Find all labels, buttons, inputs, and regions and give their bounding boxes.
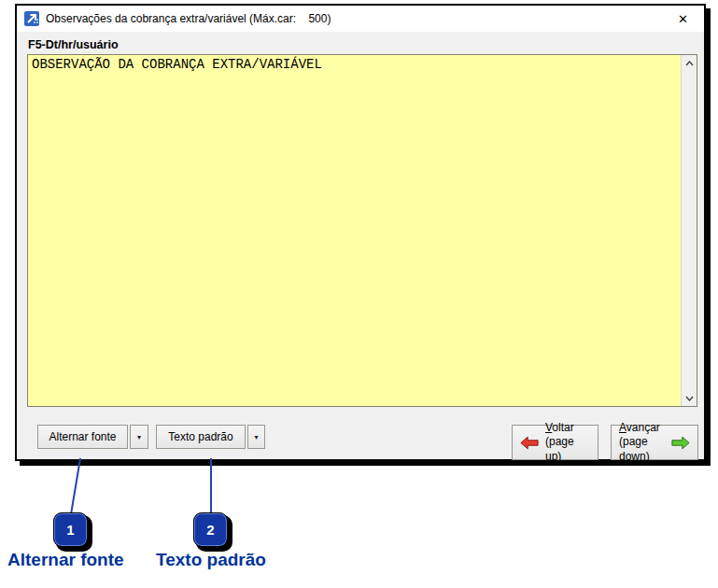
red-arrow-left-icon <box>520 436 539 450</box>
app-icon <box>24 11 39 26</box>
callout-label-alternar-fonte: Alternar fonte <box>7 550 124 570</box>
observation-textarea[interactable]: OBSERVAÇÃO DA COBRANÇA EXTRA/VARIÁVEL <box>28 55 681 406</box>
alternar-fonte-dropdown-icon[interactable]: ▾ <box>130 425 148 449</box>
voltar-button[interactable]: Voltar (page up) <box>512 425 598 460</box>
texto-padrao-button[interactable]: Texto padrão <box>156 425 246 449</box>
observation-textarea-frame: OBSERVAÇÃO DA COBRANÇA EXTRA/VARIÁVEL <box>27 54 697 407</box>
vertical-scrollbar[interactable] <box>681 55 697 406</box>
avancar-button[interactable]: Avançar (page down) <box>611 425 698 460</box>
callout-badge-2: 2 <box>193 512 228 547</box>
field-label: F5-Dt/hr/usuário <box>28 38 119 51</box>
close-icon[interactable]: ✕ <box>662 6 704 32</box>
avancar-accel-key: A <box>619 421 626 434</box>
voltar-subtext: (page up) <box>545 435 590 464</box>
voltar-button-label: Voltar (page up) <box>545 421 590 465</box>
titlebar[interactable]: Observações da cobrança extra/variável (… <box>17 6 704 32</box>
avancar-subtext: (page down) <box>619 435 665 464</box>
avancar-label-rest: vançar <box>626 421 660 434</box>
texto-padrao-dropdown-icon[interactable]: ▾ <box>247 425 265 449</box>
green-arrow-right-icon <box>671 436 690 450</box>
scroll-down-icon[interactable] <box>682 390 697 406</box>
scroll-up-icon[interactable] <box>682 55 697 71</box>
voltar-label-rest: oltar <box>552 421 573 434</box>
page: Observações da cobrança extra/variável (… <box>0 0 718 588</box>
scrollbar-track[interactable] <box>682 71 697 390</box>
dialog-window: Observações da cobrança extra/variável (… <box>15 4 706 461</box>
callout-connector-1 <box>71 458 80 514</box>
avancar-button-label: Avançar (page down) <box>619 421 665 465</box>
alternar-fonte-button[interactable]: Alternar fonte <box>37 425 128 449</box>
callout-badge-1: 1 <box>53 512 88 547</box>
callout-label-texto-padrao: Texto padrão <box>156 550 266 570</box>
dialog-title: Observações da cobrança extra/variável (… <box>46 12 331 25</box>
